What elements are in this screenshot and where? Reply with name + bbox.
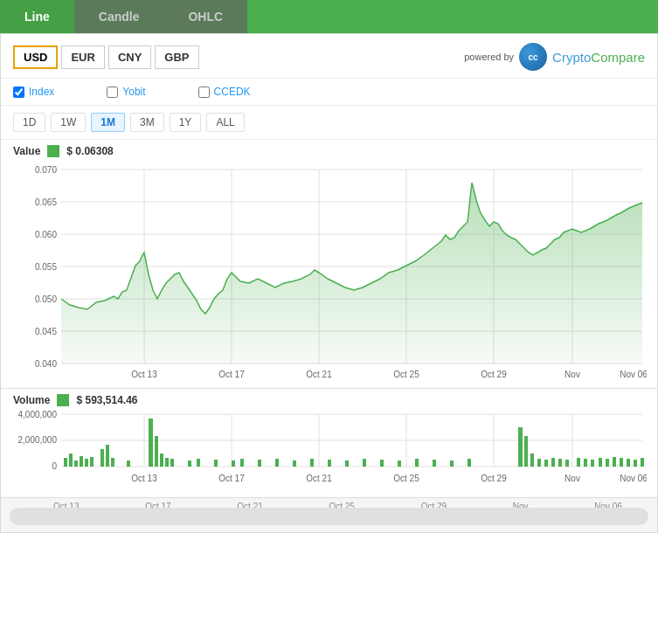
svg-rect-59 bbox=[258, 460, 261, 467]
svg-rect-42 bbox=[80, 456, 83, 467]
svg-rect-86 bbox=[620, 458, 623, 467]
svg-text:Nov 06: Nov 06 bbox=[620, 370, 647, 379]
currency-eur[interactable]: EUR bbox=[61, 45, 104, 69]
currency-cny[interactable]: CNY bbox=[108, 45, 151, 69]
volume-color-indicator bbox=[57, 394, 69, 406]
svg-rect-71 bbox=[468, 459, 471, 467]
period-all[interactable]: ALL bbox=[206, 113, 244, 132]
svg-rect-63 bbox=[328, 460, 331, 467]
exchange-index[interactable]: Index bbox=[13, 86, 54, 98]
svg-rect-45 bbox=[100, 449, 104, 467]
svg-text:0.040: 0.040 bbox=[35, 359, 57, 369]
svg-rect-85 bbox=[613, 457, 616, 467]
svg-rect-65 bbox=[363, 459, 366, 467]
svg-rect-64 bbox=[345, 460, 349, 467]
svg-rect-51 bbox=[160, 454, 163, 467]
svg-rect-83 bbox=[599, 458, 602, 467]
value-color-indicator bbox=[47, 145, 59, 157]
svg-rect-81 bbox=[584, 459, 587, 467]
svg-rect-72 bbox=[518, 427, 523, 467]
exchange-ccedk[interactable]: CCEDK bbox=[198, 86, 251, 98]
price-chart-svg: 0.070 0.065 0.060 0.055 0.050 0.045 0.04… bbox=[13, 161, 647, 388]
svg-text:0.055: 0.055 bbox=[35, 262, 57, 272]
value-amount: $ 0.06308 bbox=[66, 145, 113, 157]
svg-text:Nov: Nov bbox=[564, 370, 580, 379]
svg-rect-43 bbox=[85, 459, 88, 467]
svg-text:Oct 13: Oct 13 bbox=[131, 474, 157, 483]
svg-rect-46 bbox=[106, 445, 109, 467]
main-content: USD EUR CNY GBP powered by cc CryptoComp… bbox=[0, 33, 658, 533]
period-row: 1D 1W 1M 3M 1Y ALL bbox=[1, 106, 657, 140]
svg-rect-88 bbox=[634, 460, 637, 467]
currency-row: USD EUR CNY GBP powered by cc CryptoComp… bbox=[1, 34, 657, 79]
svg-rect-66 bbox=[380, 460, 384, 467]
price-chart-container: 0.070 0.065 0.060 0.055 0.050 0.045 0.04… bbox=[1, 161, 657, 388]
svg-rect-47 bbox=[111, 458, 114, 467]
svg-rect-58 bbox=[240, 459, 244, 467]
scrollbar-handle[interactable] bbox=[10, 508, 648, 525]
svg-rect-87 bbox=[627, 459, 630, 467]
volume-amount: $ 593,514.46 bbox=[76, 394, 137, 406]
tab-line[interactable]: Line bbox=[0, 0, 74, 33]
exchange-yobit[interactable]: Yobit bbox=[107, 86, 145, 98]
svg-text:0.050: 0.050 bbox=[35, 294, 57, 304]
svg-rect-49 bbox=[149, 419, 153, 467]
currency-usd[interactable]: USD bbox=[13, 45, 58, 69]
period-1w[interactable]: 1W bbox=[51, 113, 86, 132]
value-label-row: Value $ 0.06308 bbox=[1, 140, 657, 161]
period-1d[interactable]: 1D bbox=[13, 113, 45, 132]
volume-chart-container: 4,000,000 2,000,000 0 bbox=[1, 410, 657, 497]
svg-text:4,000,000: 4,000,000 bbox=[18, 410, 58, 419]
svg-rect-68 bbox=[415, 459, 419, 467]
period-1m[interactable]: 1M bbox=[91, 113, 125, 132]
exchange-row: Index Yobit CCEDK bbox=[1, 79, 657, 106]
svg-rect-48 bbox=[127, 460, 130, 467]
period-3m[interactable]: 3M bbox=[130, 113, 164, 132]
svg-text:0.060: 0.060 bbox=[35, 230, 57, 239]
svg-rect-44 bbox=[90, 457, 94, 467]
svg-rect-61 bbox=[293, 460, 296, 467]
crypto-logo-icon: cc bbox=[519, 43, 547, 71]
svg-rect-39 bbox=[64, 458, 67, 467]
svg-text:2,000,000: 2,000,000 bbox=[18, 435, 58, 445]
period-1y[interactable]: 1Y bbox=[170, 113, 202, 132]
brand-name: CryptoCompare bbox=[552, 50, 645, 65]
svg-rect-57 bbox=[232, 460, 235, 467]
svg-rect-52 bbox=[165, 458, 169, 467]
svg-rect-74 bbox=[530, 454, 534, 467]
svg-rect-70 bbox=[450, 460, 454, 467]
svg-rect-41 bbox=[74, 460, 78, 467]
svg-text:0.045: 0.045 bbox=[35, 327, 57, 336]
svg-rect-56 bbox=[214, 460, 218, 467]
svg-rect-82 bbox=[591, 460, 594, 467]
currency-gbp[interactable]: GBP bbox=[155, 45, 198, 69]
svg-rect-84 bbox=[606, 459, 609, 467]
scrollbar-area[interactable]: Oct 13 Oct 17 Oct 21 Oct 25 Oct 29 Nov N… bbox=[1, 497, 657, 532]
svg-text:Oct 25: Oct 25 bbox=[393, 370, 419, 379]
svg-rect-89 bbox=[641, 458, 644, 467]
svg-rect-62 bbox=[310, 459, 314, 467]
value-text: Value bbox=[13, 145, 40, 157]
svg-text:Oct 17: Oct 17 bbox=[218, 474, 245, 483]
volume-label-row: Volume $ 593,514.46 bbox=[1, 388, 657, 410]
svg-text:0: 0 bbox=[52, 461, 57, 471]
tab-bar: Line Candle OHLC bbox=[0, 0, 658, 33]
svg-text:Oct 29: Oct 29 bbox=[481, 370, 507, 379]
svg-text:0.065: 0.065 bbox=[35, 197, 57, 207]
svg-rect-40 bbox=[69, 454, 73, 467]
volume-chart-svg: 4,000,000 2,000,000 0 bbox=[13, 410, 647, 497]
tab-candle[interactable]: Candle bbox=[74, 0, 164, 33]
svg-rect-54 bbox=[188, 460, 191, 467]
volume-text: Volume bbox=[13, 394, 50, 406]
svg-text:Oct 21: Oct 21 bbox=[306, 474, 332, 483]
tab-ohlc[interactable]: OHLC bbox=[163, 0, 247, 33]
svg-rect-77 bbox=[551, 458, 555, 467]
svg-text:Oct 29: Oct 29 bbox=[481, 474, 507, 483]
svg-rect-53 bbox=[170, 459, 174, 467]
svg-rect-69 bbox=[433, 460, 436, 467]
svg-text:0.070: 0.070 bbox=[35, 165, 57, 175]
svg-text:Nov: Nov bbox=[564, 474, 580, 483]
powered-by-text: powered by bbox=[464, 52, 514, 62]
svg-text:Oct 13: Oct 13 bbox=[131, 370, 157, 379]
svg-rect-76 bbox=[544, 460, 548, 467]
